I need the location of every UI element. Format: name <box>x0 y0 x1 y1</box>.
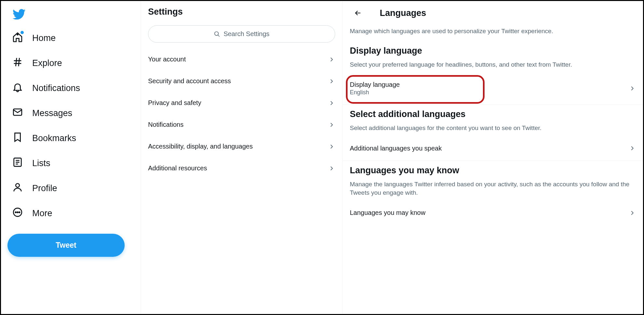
row-title: Languages you may know <box>350 209 425 217</box>
nav-label: Lists <box>32 158 50 168</box>
settings-item-notifications[interactable]: Notifications <box>141 114 342 136</box>
search-icon <box>214 31 220 37</box>
svg-point-6 <box>17 212 18 213</box>
settings-item-label: Additional resources <box>148 164 207 172</box>
row-title: Additional languages you speak <box>350 145 442 152</box>
more-icon <box>12 207 23 220</box>
primary-nav: Home Explore Notifications Messages Book… <box>1 1 141 314</box>
content-column: Languages Manage which languages are use… <box>343 1 643 314</box>
settings-title: Settings <box>141 1 342 23</box>
search-settings-input[interactable]: Search Settings <box>148 25 335 43</box>
search-wrap: Search Settings <box>141 23 342 48</box>
chevron-right-icon <box>328 56 335 63</box>
nav-notifications[interactable]: Notifications <box>7 76 85 101</box>
row-title: Display language <box>350 81 400 88</box>
home-icon <box>12 32 23 45</box>
search-placeholder: Search Settings <box>224 30 269 38</box>
section-desc: Manage the languages Twitter inferred ba… <box>343 178 643 203</box>
row-value: English <box>350 89 400 96</box>
hash-icon <box>12 57 23 70</box>
chevron-right-icon <box>328 121 335 128</box>
nav-home[interactable]: Home <box>7 26 60 51</box>
settings-item-privacy[interactable]: Privacy and safety <box>141 92 342 114</box>
bird-icon <box>12 7 26 21</box>
additional-languages-row[interactable]: Additional languages you speak <box>343 138 643 159</box>
settings-item-security[interactable]: Security and account access <box>141 70 342 92</box>
section-heading: Languages you may know <box>343 161 643 178</box>
tweet-button[interactable]: Tweet <box>7 234 125 257</box>
chevron-right-icon <box>629 145 636 152</box>
chevron-right-icon <box>629 85 636 92</box>
nav-explore[interactable]: Explore <box>7 51 67 76</box>
svg-point-3 <box>16 184 19 187</box>
settings-item-label: Security and account access <box>148 77 231 85</box>
list-icon <box>12 157 23 170</box>
bell-icon <box>12 82 23 95</box>
settings-item-resources[interactable]: Additional resources <box>141 157 342 179</box>
back-button[interactable] <box>350 6 365 20</box>
settings-item-label: Accessibility, display, and languages <box>148 143 253 150</box>
settings-item-accessibility[interactable]: Accessibility, display, and languages <box>141 136 342 157</box>
nav-bookmarks[interactable]: Bookmarks <box>7 126 81 151</box>
nav-more[interactable]: More <box>7 201 57 226</box>
settings-item-account[interactable]: Your account <box>141 48 342 70</box>
person-icon <box>12 182 23 195</box>
languages-you-may-know-row[interactable]: Languages you may know <box>343 203 643 223</box>
bookmark-icon <box>12 132 23 145</box>
settings-item-label: Your account <box>148 56 186 63</box>
nav-label: Explore <box>32 58 62 68</box>
chevron-right-icon <box>328 78 335 85</box>
nav-label: More <box>32 208 52 218</box>
nav-label: Home <box>32 33 56 43</box>
nav-label: Notifications <box>32 83 80 93</box>
svg-point-0 <box>17 34 18 35</box>
svg-point-7 <box>19 212 20 213</box>
svg-point-8 <box>214 32 218 35</box>
settings-column: Settings Search Settings Your account Se… <box>141 1 343 314</box>
arrow-left-icon <box>354 9 362 17</box>
chevron-right-icon <box>328 143 335 150</box>
nav-messages[interactable]: Messages <box>7 101 77 126</box>
page-intro: Manage which languages are used to perso… <box>343 25 643 41</box>
chevron-right-icon <box>629 209 636 217</box>
nav-label: Messages <box>32 108 72 118</box>
nav-label: Bookmarks <box>32 133 76 143</box>
display-language-row[interactable]: Display language English <box>343 74 643 102</box>
twitter-logo[interactable] <box>7 4 141 26</box>
section-desc: Select additional languages for the cont… <box>343 122 643 138</box>
languages-you-may-know-section: Languages you may know Manage the langua… <box>343 161 643 223</box>
display-language-section: Display language Select your preferred l… <box>343 41 643 105</box>
chevron-right-icon <box>328 99 335 107</box>
svg-point-5 <box>15 212 16 213</box>
section-heading: Select additional languages <box>343 105 643 122</box>
content-header: Languages <box>343 1 643 25</box>
envelope-icon <box>12 107 23 120</box>
section-heading: Display language <box>343 41 643 59</box>
page-title: Languages <box>380 8 426 18</box>
settings-item-label: Privacy and safety <box>148 99 201 107</box>
nav-lists[interactable]: Lists <box>7 151 55 176</box>
nav-label: Profile <box>32 183 57 193</box>
section-desc: Select your preferred language for headl… <box>343 59 643 75</box>
chevron-right-icon <box>328 165 335 172</box>
settings-item-label: Notifications <box>148 121 184 128</box>
additional-languages-section: Select additional languages Select addit… <box>343 105 643 161</box>
nav-profile[interactable]: Profile <box>7 176 62 201</box>
